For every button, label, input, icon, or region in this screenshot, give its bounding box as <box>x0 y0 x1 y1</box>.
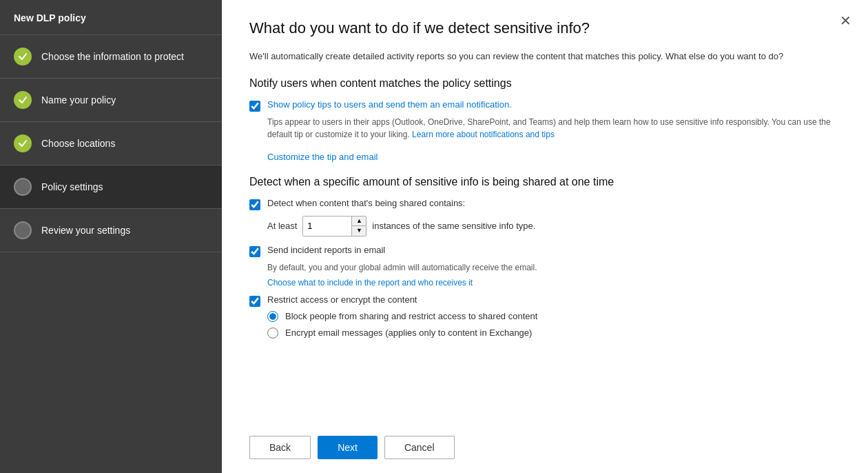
restrict-access-checkbox[interactable] <box>249 296 260 307</box>
instances-spinbox[interactable]: 1 ▲ ▼ <box>302 216 366 236</box>
show-policy-tips-checkbox[interactable] <box>249 101 260 112</box>
tips-hint-block: Tips appear to users in their apps (Outl… <box>267 116 840 143</box>
cancel-button[interactable]: Cancel <box>384 436 455 459</box>
choose-report-link[interactable]: Choose what to include in the report and… <box>267 278 473 288</box>
send-incident-hint-block: By default, you and your global admin wi… <box>267 261 840 288</box>
detect-section-heading: Detect when a specific amount of sensiti… <box>249 176 840 188</box>
send-incident-checkbox[interactable] <box>249 246 260 257</box>
encrypt-email-radio[interactable] <box>267 328 278 339</box>
sidebar-item-review-settings[interactable]: Review your settings <box>0 209 222 252</box>
instances-input[interactable]: 1 <box>303 217 351 236</box>
block-sharing-label[interactable]: Block people from sharing and restrict a… <box>285 311 537 321</box>
sidebar-item-name-policy[interactable]: Name your policy <box>0 79 222 122</box>
sidebar-item-choose-locations[interactable]: Choose locations <box>0 122 222 165</box>
detect-section: Detect when content that's being shared … <box>249 198 840 344</box>
send-incident-label[interactable]: Send incident reports in email <box>267 245 385 255</box>
detect-shared-content-row: Detect when content that's being shared … <box>249 198 840 210</box>
step-icon-choose-info <box>14 48 32 66</box>
spin-up-button[interactable]: ▲ <box>352 217 366 226</box>
restrict-access-label[interactable]: Restrict access or encrypt the content <box>267 294 417 305</box>
learn-more-link[interactable]: Learn more about notifications and tips <box>412 130 555 139</box>
page-title: What do you want to do if we detect sens… <box>249 19 840 37</box>
button-bar: Back Next Cancel <box>249 422 840 459</box>
restrict-access-row: Restrict access or encrypt the content <box>249 294 840 307</box>
notify-section-heading: Notify users when content matches the po… <box>249 77 840 90</box>
encrypt-email-row: Encrypt email messages (applies only to … <box>267 328 840 339</box>
sidebar-item-choose-info[interactable]: Choose the information to protect <box>0 35 222 79</box>
encrypt-email-label[interactable]: Encrypt email messages (applies only to … <box>285 328 532 338</box>
sidebar: New DLP policy Choose the information to… <box>0 0 222 473</box>
sidebar-item-policy-settings[interactable]: Policy settings <box>0 165 222 209</box>
sidebar-label-review-settings: Review your settings <box>41 225 130 236</box>
detect-shared-content-checkbox[interactable] <box>249 199 260 210</box>
main-content: ✕ What do you want to do if we detect se… <box>222 0 868 473</box>
send-incident-row: Send incident reports in email <box>249 245 840 257</box>
next-button[interactable]: Next <box>318 436 378 459</box>
tips-hint-text: Tips appear to users in their apps (Outl… <box>267 116 840 141</box>
atleast-label: At least <box>267 221 297 231</box>
step-icon-name-policy <box>14 91 32 109</box>
step-icon-review-settings <box>14 221 32 239</box>
close-button[interactable]: ✕ <box>840 14 851 28</box>
subtitle-text: We'll automatically create detailed acti… <box>249 50 840 63</box>
block-sharing-radio[interactable] <box>267 311 278 322</box>
sidebar-label-policy-settings: Policy settings <box>41 181 103 192</box>
atleast-row: At least 1 ▲ ▼ instances of the same sen… <box>267 216 840 236</box>
block-sharing-row: Block people from sharing and restrict a… <box>267 311 840 322</box>
detect-shared-content-label[interactable]: Detect when content that's being shared … <box>267 198 465 208</box>
send-incident-hint: By default, you and your global admin wi… <box>267 261 840 274</box>
show-policy-tips-label[interactable]: Show policy tips to users and send them … <box>267 99 512 110</box>
instances-label: instances of the same sensitive info typ… <box>372 221 535 231</box>
step-icon-policy-settings <box>14 178 32 196</box>
back-button[interactable]: Back <box>249 436 311 459</box>
sidebar-label-choose-locations: Choose locations <box>41 138 115 149</box>
spin-down-button[interactable]: ▼ <box>352 226 366 236</box>
step-icon-choose-locations <box>14 134 32 152</box>
sidebar-label-choose-info: Choose the information to protect <box>41 51 184 62</box>
show-policy-tips-row: Show policy tips to users and send them … <box>249 99 840 112</box>
sidebar-label-name-policy: Name your policy <box>41 94 116 105</box>
sidebar-title: New DLP policy <box>0 0 222 35</box>
customize-tip-link[interactable]: Customize the tip and email <box>267 152 840 162</box>
spin-buttons: ▲ ▼ <box>351 217 366 236</box>
